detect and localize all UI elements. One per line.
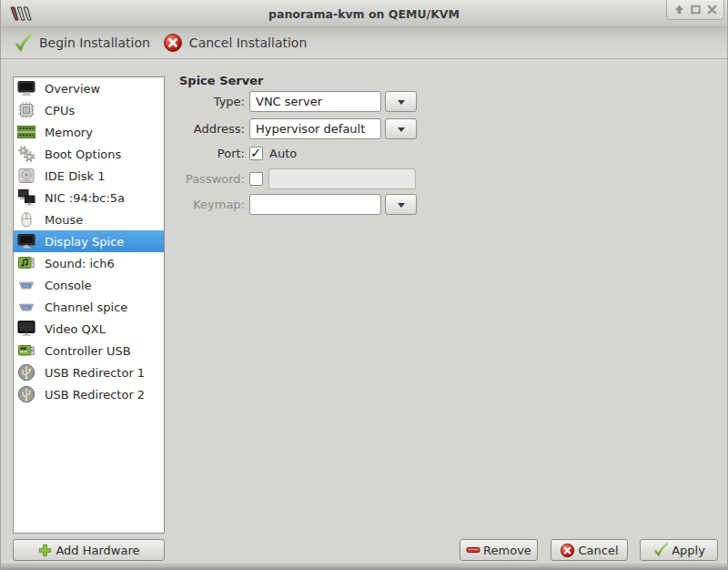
address-row: Address: Hypervisor default (179, 118, 434, 139)
video-icon (17, 320, 35, 338)
monitor-icon (17, 79, 35, 97)
address-label: Address: (179, 122, 245, 136)
toolbar: Begin Installation Cancel Installation (1, 27, 727, 59)
titlebar[interactable]: panorama-kvm on QEMU/KVM (1, 0, 727, 27)
port-auto-checkbox[interactable] (249, 147, 263, 160)
sidebar-item-video-qxl[interactable]: Video QXL (14, 318, 164, 340)
sidebar-item-cpus[interactable]: CPUs (14, 99, 164, 121)
sidebar-item-usb-redirector-1[interactable]: USB Redirector 1 (14, 361, 164, 383)
controller-icon (17, 341, 35, 360)
chevron-down-icon (398, 203, 405, 211)
sidebar-item-display-spice[interactable]: Display Spice (14, 230, 164, 252)
shade-window-button[interactable] (672, 3, 686, 16)
begin-installation-button[interactable]: Begin Installation (13, 33, 150, 53)
usb-icon (17, 385, 35, 403)
disk-icon (17, 167, 35, 185)
type-value[interactable]: VNC server (249, 91, 381, 112)
mouse-icon (17, 210, 35, 229)
minus-icon (466, 543, 480, 557)
keymap-dropdown-button[interactable] (385, 194, 417, 215)
add-hardware-button[interactable]: Add Hardware (13, 539, 165, 561)
close-button[interactable] (705, 3, 719, 16)
sidebar-item-channel-spice[interactable]: Channel spice (14, 296, 164, 318)
sidebar-item-overview[interactable]: Overview (14, 77, 164, 99)
spice-server-panel: Spice Server Type: VNC server Address: H… (179, 75, 434, 221)
serial-port-icon (17, 276, 35, 294)
apply-label: Apply (672, 544, 705, 557)
sidebar-item-nic-94-bc-5a[interactable]: NIC :94:bc:5a (14, 187, 164, 209)
password-label: Password: (179, 172, 245, 186)
sidebar-item-mouse[interactable]: Mouse (14, 209, 164, 230)
chevron-down-icon (398, 127, 405, 136)
apply-button[interactable]: Apply (640, 539, 718, 561)
type-combobox[interactable]: VNC server (249, 91, 417, 112)
window-controls (666, 0, 724, 20)
memory-icon (17, 123, 35, 141)
cancel-label: Cancel (578, 544, 618, 557)
sidebar-item-sound-ich6[interactable]: Sound: ich6 (14, 252, 164, 274)
green-check-icon (652, 542, 669, 558)
password-checkbox[interactable] (249, 172, 263, 186)
sidebar-item-boot-options[interactable]: Boot Options (14, 143, 164, 165)
port-label: Port: (179, 147, 245, 160)
virt-manager-window: panorama-kvm on QEMU/KVM Begin Installat… (0, 0, 728, 570)
keymap-combobox[interactable] (249, 194, 417, 215)
sidebar-item-controller-usb[interactable]: Controller USB (14, 340, 164, 361)
type-label: Type: (179, 95, 245, 108)
cpu-icon (17, 101, 35, 119)
keymap-label: Keymap: (179, 198, 245, 211)
cancel-installation-button[interactable]: Cancel Installation (163, 33, 307, 53)
type-dropdown-button[interactable] (385, 91, 417, 112)
port-row: Port: Auto (179, 146, 434, 160)
password-field (268, 168, 416, 189)
begin-installation-label: Begin Installation (39, 36, 150, 50)
password-row: Password: (179, 168, 434, 189)
sidebar-item-usb-redirector-2[interactable]: USB Redirector 2 (14, 383, 164, 405)
sound-card-icon (17, 254, 35, 272)
red-cross-circle-icon (560, 543, 575, 558)
usb-icon (17, 363, 35, 382)
add-hardware-label: Add Hardware (56, 544, 139, 557)
port-auto-label: Auto (269, 147, 297, 160)
sidebar-item-memory[interactable]: Memory (14, 121, 164, 143)
address-dropdown-button[interactable] (385, 118, 417, 139)
address-value[interactable]: Hypervisor default (249, 118, 381, 139)
remove-label: Remove (483, 544, 531, 557)
monitor-icon (17, 232, 35, 250)
chevron-down-icon (398, 100, 405, 108)
serial-port-icon (17, 298, 35, 316)
sidebar-item-ide-disk-1[interactable]: IDE Disk 1 (14, 165, 164, 187)
window-resize-edge[interactable] (1, 564, 727, 570)
gears-icon (17, 145, 35, 163)
green-check-icon (13, 33, 33, 53)
maximize-button[interactable] (689, 3, 703, 16)
hardware-list: Overview CPUs Memory Boot Options IDE Di… (13, 76, 165, 534)
cancel-installation-label: Cancel Installation (189, 36, 307, 50)
address-combobox[interactable]: Hypervisor default (249, 118, 417, 139)
plus-icon (37, 543, 53, 558)
panel-heading: Spice Server (179, 75, 434, 87)
keymap-value[interactable] (249, 194, 381, 215)
keymap-row: Keymap: (179, 194, 434, 215)
window-title: panorama-kvm on QEMU/KVM (1, 0, 727, 27)
type-row: Type: VNC server (179, 91, 434, 112)
network-icon (17, 188, 35, 207)
red-cross-circle-icon (163, 33, 183, 53)
remove-button[interactable]: Remove (460, 539, 538, 561)
sidebar-item-console[interactable]: Console (14, 274, 164, 296)
cancel-button[interactable]: Cancel (551, 539, 628, 561)
